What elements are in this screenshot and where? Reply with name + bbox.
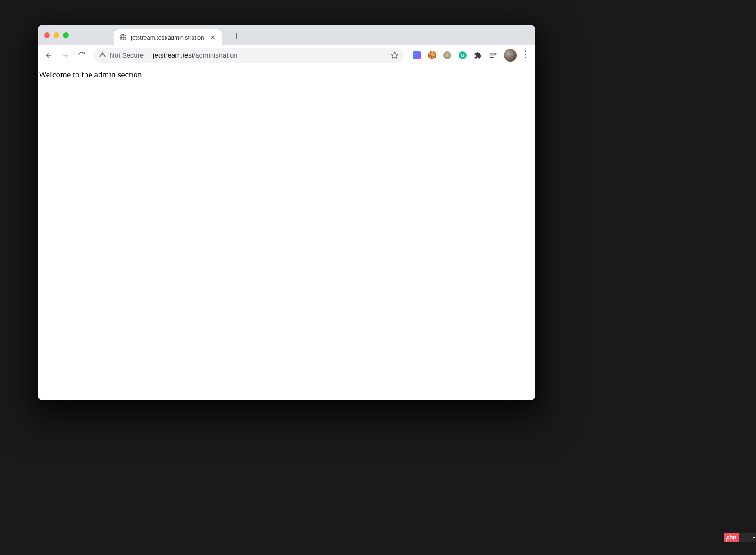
page-content: Welcome to the admin section	[38, 65, 536, 400]
profile-avatar[interactable]	[504, 49, 517, 62]
maximize-window-button[interactable]	[63, 32, 69, 38]
extension-grammarly-icon[interactable]: G	[458, 51, 467, 60]
bookmark-button[interactable]	[391, 51, 399, 59]
extension-cookie-icon[interactable]: 🍪	[428, 51, 436, 60]
browser-tab[interactable]: jetstream.test/administration	[114, 29, 222, 45]
svg-point-1	[525, 50, 526, 52]
tab-title: jetstream.test/administration	[131, 34, 205, 41]
browser-window: jetstream.test/administration	[38, 25, 536, 400]
address-bar[interactable]: Not Secure jetstream.test/administration	[94, 48, 404, 63]
svg-point-2	[525, 54, 526, 55]
watermark-tail-icon	[739, 533, 756, 542]
close-window-button[interactable]	[44, 32, 50, 38]
browser-menu-button[interactable]	[523, 50, 528, 60]
extensions-menu-button[interactable]	[473, 51, 482, 60]
new-tab-button[interactable]	[230, 30, 243, 42]
minimize-window-button[interactable]	[54, 32, 59, 38]
back-button[interactable]	[42, 49, 56, 62]
security-indicator[interactable]: Not Secure	[99, 51, 148, 59]
security-label: Not Secure	[110, 51, 144, 59]
window-controls	[44, 32, 69, 38]
page-body-text: Welcome to the admin section	[38, 70, 536, 80]
extension-bar: 🍪 ⚡ G	[410, 49, 531, 62]
tab-strip: jetstream.test/administration	[38, 25, 536, 45]
url-path: /administration	[194, 51, 238, 59]
reading-list-button[interactable]	[489, 51, 498, 60]
url-host: jetstream.test	[153, 51, 194, 59]
url-display: jetstream.test/administration	[153, 51, 238, 59]
reload-button[interactable]	[75, 49, 88, 62]
warning-icon	[99, 51, 106, 59]
browser-toolbar: Not Secure jetstream.test/administration…	[38, 45, 536, 65]
globe-icon	[119, 34, 126, 41]
svg-point-3	[525, 57, 526, 58]
watermark-label: php	[724, 533, 739, 542]
watermark: php	[724, 533, 756, 542]
close-tab-button[interactable]	[209, 34, 216, 41]
forward-button[interactable]	[58, 49, 72, 62]
extension-square-icon[interactable]	[412, 51, 421, 60]
extension-bolt-icon[interactable]: ⚡	[443, 51, 452, 60]
